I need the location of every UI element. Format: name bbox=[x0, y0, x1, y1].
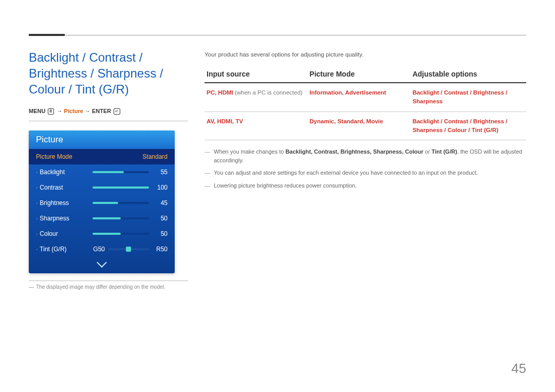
bullet-icon: · bbox=[36, 246, 38, 253]
right-column: Your product has several options for adj… bbox=[205, 49, 526, 290]
osd-label: ·Backlight bbox=[36, 169, 92, 176]
breadcrumb-arrow-2: → bbox=[85, 108, 92, 114]
breadcrumb-menu: MENU bbox=[29, 108, 45, 114]
slider-fill bbox=[92, 233, 121, 235]
cell-picture-mode: Information, Advertisement bbox=[307, 83, 410, 111]
osd-value: 45 bbox=[153, 199, 168, 207]
slider-track[interactable] bbox=[92, 186, 149, 189]
slider-fill bbox=[92, 217, 121, 219]
intro-text: Your product has several options for adj… bbox=[205, 51, 526, 58]
slider-fill bbox=[92, 171, 124, 173]
breadcrumb-picture: Picture bbox=[64, 108, 83, 114]
osd-row-sharpness[interactable]: ·Sharpness 50 bbox=[29, 211, 175, 226]
osd-row-tint[interactable]: ·Tint (G/R) G50 R50 bbox=[29, 241, 175, 257]
osd-row-picture-mode[interactable]: Picture Mode Standard bbox=[29, 149, 175, 164]
slider-track[interactable] bbox=[92, 233, 149, 235]
top-divider bbox=[29, 35, 526, 35]
slider-track[interactable] bbox=[92, 217, 149, 219]
slider-fill bbox=[92, 186, 149, 189]
tint-slider-track[interactable] bbox=[108, 248, 149, 250]
dash-icon: ― bbox=[29, 284, 34, 290]
top-divider-bold bbox=[29, 34, 65, 36]
cell-adjustable: Backlight / Contrast / Brightness / Shar… bbox=[411, 111, 526, 140]
th-adjustable: Adjustable options bbox=[411, 67, 526, 83]
cell-picture-mode: Dynamic, Standard, Movie bbox=[307, 111, 410, 140]
notes-list: When you make changes to Backlight, Cont… bbox=[205, 147, 526, 190]
osd-label: ·Tint (G/R) bbox=[36, 246, 92, 253]
breadcrumb-arrow-1: → bbox=[57, 108, 64, 114]
bullet-icon: · bbox=[36, 199, 38, 207]
osd-value: 100 bbox=[153, 184, 168, 191]
note-item: Lowering picture brightness reduces powe… bbox=[205, 181, 526, 190]
tint-g-value: G50 bbox=[92, 246, 108, 253]
osd-label-picture-mode: Picture Mode bbox=[36, 153, 92, 160]
osd-value: 55 bbox=[153, 169, 168, 176]
tint-slider-knob[interactable] bbox=[126, 247, 131, 252]
breadcrumb-enter: ENTER bbox=[92, 108, 111, 114]
chevron-down-icon bbox=[97, 257, 107, 268]
cell-adjustable: Backlight / Contrast / Brightness / Shar… bbox=[411, 83, 526, 111]
bullet-icon: · bbox=[36, 230, 38, 237]
osd-row-brightness[interactable]: ·Brightness 45 bbox=[29, 195, 175, 211]
osd-scroll-down[interactable] bbox=[29, 257, 175, 273]
osd-label: ·Brightness bbox=[36, 199, 92, 207]
note-item: When you make changes to Backlight, Cont… bbox=[205, 147, 526, 164]
osd-value: 50 bbox=[153, 215, 168, 222]
table-row: AV, HDMI, TV Dynamic, Standard, Movie Ba… bbox=[205, 111, 526, 140]
osd-value-picture-mode: Standard bbox=[142, 153, 168, 160]
osd-label: ·Contrast bbox=[36, 184, 92, 191]
bullet-icon: · bbox=[36, 169, 38, 176]
tint-r-value: R50 bbox=[153, 246, 168, 253]
osd-value: 50 bbox=[153, 230, 168, 237]
footnote: ―The displayed image may differ dependin… bbox=[29, 281, 188, 290]
left-column: Backlight / Contrast / Brightness / Shar… bbox=[29, 49, 188, 290]
cell-input-source: AV, HDMI, TV bbox=[205, 111, 307, 140]
osd-title: Picture bbox=[29, 130, 175, 149]
osd-row-contrast[interactable]: ·Contrast 100 bbox=[29, 180, 175, 195]
osd-panel: Picture Picture Mode Standard ·Backlight… bbox=[29, 130, 175, 273]
th-input-source: Input source bbox=[205, 67, 307, 83]
content: Backlight / Contrast / Brightness / Shar… bbox=[29, 49, 526, 290]
enter-icon: ↵ bbox=[114, 108, 120, 115]
bullet-icon: · bbox=[36, 215, 38, 222]
slider-fill bbox=[92, 202, 118, 204]
menu-icon: Ⅲ bbox=[48, 108, 54, 115]
page-number: 45 bbox=[511, 361, 526, 377]
section-title: Backlight / Contrast / Brightness / Shar… bbox=[29, 49, 188, 98]
table-row: PC, HDMI (when a PC is connected) Inform… bbox=[205, 83, 526, 111]
options-table: Input source Picture Mode Adjustable opt… bbox=[205, 67, 526, 140]
bullet-icon: · bbox=[36, 184, 38, 191]
slider-track[interactable] bbox=[92, 202, 149, 204]
page: Backlight / Contrast / Brightness / Shar… bbox=[0, 0, 555, 392]
osd-label: ·Colour bbox=[36, 230, 92, 237]
breadcrumb: MENU Ⅲ → Picture → ENTER ↵ bbox=[29, 108, 188, 121]
th-picture-mode: Picture Mode bbox=[307, 67, 410, 83]
slider-track[interactable] bbox=[92, 171, 149, 173]
osd-row-colour[interactable]: ·Colour 50 bbox=[29, 226, 175, 241]
osd-label: ·Sharpness bbox=[36, 215, 92, 222]
note-item: You can adjust and store settings for ea… bbox=[205, 169, 526, 177]
osd-row-backlight[interactable]: ·Backlight 55 bbox=[29, 164, 175, 180]
cell-input-source: PC, HDMI (when a PC is connected) bbox=[205, 83, 307, 111]
